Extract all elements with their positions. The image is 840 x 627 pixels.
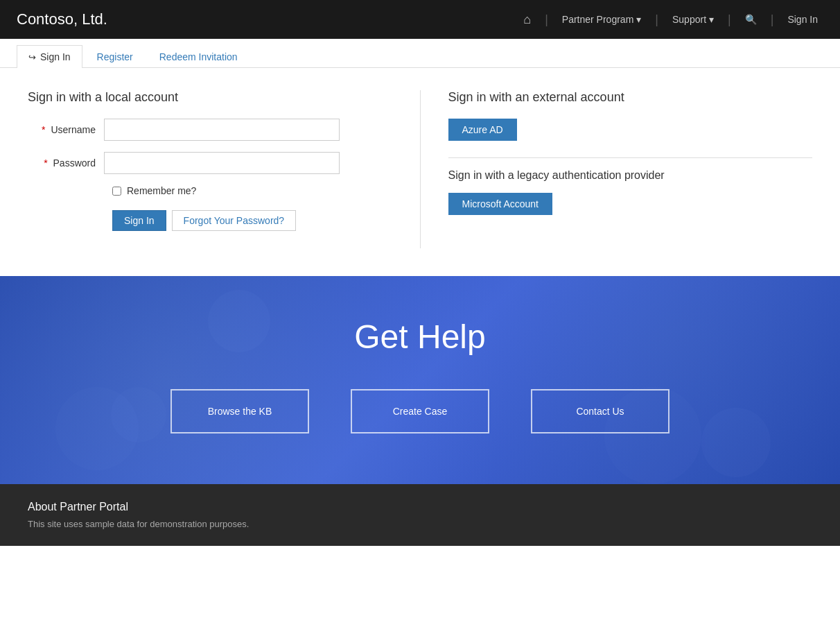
legacy-divider xyxy=(448,157,813,158)
local-account-panel: Sign in with a local account * Username … xyxy=(28,90,421,248)
microsoft-account-button[interactable]: Microsoft Account xyxy=(448,193,553,215)
signin-tab-label: Sign In xyxy=(40,51,71,62)
redeem-tab-label: Redeem Invitation xyxy=(159,51,238,62)
footer: About Partner Portal This site uses samp… xyxy=(0,484,840,546)
signin-btn-row: Sign In Forgot Your Password? xyxy=(112,210,392,231)
contact-us-button[interactable]: Contact Us xyxy=(531,389,670,433)
sign-in-button[interactable]: Sign In xyxy=(112,210,166,231)
local-account-title: Sign in with a local account xyxy=(28,90,392,105)
home-link[interactable]: ⌂ xyxy=(518,10,536,30)
signin-tab-icon: ↪ xyxy=(28,52,36,62)
search-icon: 🔍 xyxy=(745,14,757,25)
get-help-buttons: Browse the KB Create Case Contact Us xyxy=(28,389,812,433)
get-help-section: Get Help Browse the KB Create Case Conta… xyxy=(0,276,840,484)
get-help-title: Get Help xyxy=(28,318,812,356)
sign-in-nav-link[interactable]: Sign In xyxy=(782,11,823,28)
main-content: Sign in with a local account * Username … xyxy=(0,68,840,276)
top-navigation: Contoso, Ltd. ⌂ | Partner Program ▾ | Su… xyxy=(0,0,840,39)
tab-signin[interactable]: ↪ Sign In xyxy=(17,45,82,68)
forgot-password-button[interactable]: Forgot Your Password? xyxy=(172,210,297,231)
external-account-panel: Sign in with an external account Azure A… xyxy=(421,90,813,248)
external-account-title: Sign in with an external account xyxy=(448,90,813,105)
username-label: * Username xyxy=(28,124,104,135)
password-group: * Password xyxy=(28,152,392,174)
partner-program-chevron: ▾ xyxy=(636,14,641,25)
support-label: Support xyxy=(672,14,706,25)
azure-ad-button[interactable]: Azure AD xyxy=(448,119,517,141)
password-input[interactable] xyxy=(104,152,340,174)
register-tab-label: Register xyxy=(97,51,133,62)
sign-in-nav-label: Sign In xyxy=(787,14,818,25)
username-input[interactable] xyxy=(104,119,340,141)
remember-me-row: Remember me? xyxy=(112,185,392,196)
create-case-button[interactable]: Create Case xyxy=(351,389,489,433)
remember-me-checkbox[interactable] xyxy=(112,187,121,196)
divider-1: | xyxy=(545,12,548,27)
username-label-text: Username xyxy=(51,124,96,135)
tab-redeem[interactable]: Redeem Invitation xyxy=(148,45,250,68)
partner-program-label: Partner Program xyxy=(562,14,633,25)
footer-title: About Partner Portal xyxy=(28,501,812,513)
tab-register[interactable]: Register xyxy=(85,45,145,68)
get-help-content: Get Help Browse the KB Create Case Conta… xyxy=(28,318,812,433)
home-icon: ⌂ xyxy=(523,12,531,27)
brand-name: Contoso, Ltd. xyxy=(17,10,518,28)
username-group: * Username xyxy=(28,119,392,141)
remember-me-label: Remember me? xyxy=(127,185,196,196)
legacy-title: Sign in with a legacy authentication pro… xyxy=(448,169,813,182)
nav-links: ⌂ | Partner Program ▾ | Support ▾ | 🔍 | … xyxy=(518,10,823,30)
tabs-bar: ↪ Sign In Register Redeem Invitation xyxy=(0,39,840,68)
partner-program-link[interactable]: Partner Program ▾ xyxy=(557,11,647,28)
password-label: * Password xyxy=(28,157,104,169)
footer-description: This site uses sample data for demonstra… xyxy=(28,519,812,529)
password-required-star: * xyxy=(44,157,47,169)
username-required-star: * xyxy=(42,124,45,135)
support-link[interactable]: Support ▾ xyxy=(667,11,719,28)
divider-2: | xyxy=(655,12,658,27)
search-link[interactable]: 🔍 xyxy=(740,11,762,28)
browse-kb-button[interactable]: Browse the KB xyxy=(170,389,309,433)
divider-3: | xyxy=(728,12,731,27)
divider-4: | xyxy=(771,12,774,27)
password-label-text: Password xyxy=(53,157,96,169)
support-chevron: ▾ xyxy=(709,14,714,25)
